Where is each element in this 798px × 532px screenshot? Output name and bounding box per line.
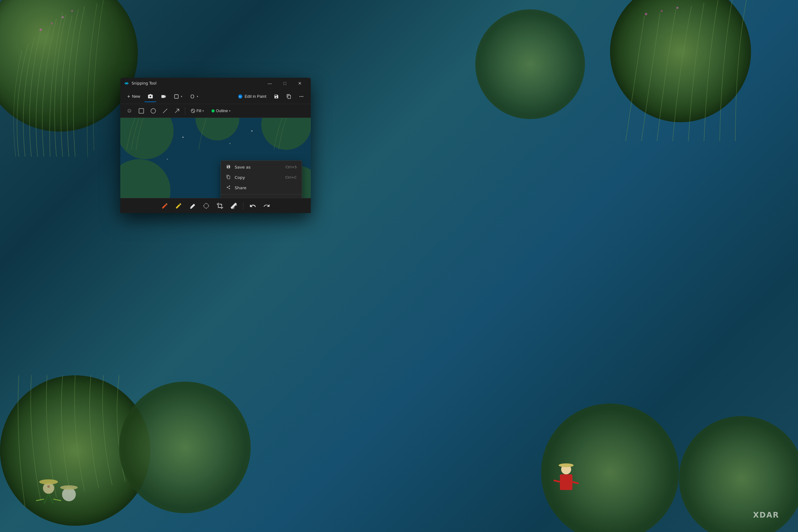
person-red bbox=[554, 463, 579, 501]
context-menu: Save as Ctrl+S Copy Ctrl+C bbox=[221, 160, 302, 198]
screenshot-button[interactable] bbox=[145, 91, 156, 102]
svg-point-6 bbox=[677, 7, 679, 9]
svg-point-0 bbox=[39, 28, 42, 31]
save-as-shortcut: Ctrl+S bbox=[285, 165, 297, 169]
maximize-button[interactable]: □ bbox=[278, 79, 292, 88]
rect-icon bbox=[174, 94, 179, 99]
line-shape-icon bbox=[162, 108, 168, 114]
svg-point-52 bbox=[204, 203, 208, 208]
svg-line-9 bbox=[44, 494, 49, 504]
crop-tool[interactable] bbox=[214, 200, 226, 211]
ruler-tool[interactable] bbox=[228, 200, 240, 211]
context-save-as[interactable]: Save as Ctrl+S bbox=[221, 162, 302, 172]
svg-point-15 bbox=[60, 485, 78, 490]
camera-icon bbox=[148, 94, 153, 99]
copy-button[interactable] bbox=[283, 91, 294, 102]
svg-point-28 bbox=[301, 96, 302, 97]
undo-icon bbox=[249, 203, 256, 209]
copy-shortcut: Ctrl+C bbox=[285, 175, 297, 179]
svg-point-27 bbox=[300, 96, 301, 97]
paint-icon: AI bbox=[238, 94, 243, 99]
circle-shape-icon bbox=[150, 108, 156, 114]
copy-icon bbox=[286, 94, 291, 99]
titlebar-controls: — □ ✕ bbox=[263, 79, 307, 88]
drawing-separator bbox=[185, 107, 185, 115]
arrow-tool[interactable] bbox=[172, 106, 182, 116]
highlighter-icon bbox=[175, 203, 182, 209]
fill-button[interactable]: Fill ▾ bbox=[188, 106, 207, 116]
emoji-tool[interactable]: ☺ bbox=[124, 106, 135, 116]
context-copy[interactable]: Copy Ctrl+C bbox=[221, 172, 302, 183]
redo-button[interactable] bbox=[261, 200, 272, 211]
svg-point-29 bbox=[302, 96, 303, 97]
context-visual-search[interactable]: Visual Search with Bing bbox=[221, 196, 302, 198]
eraser-icon bbox=[189, 203, 196, 209]
outline-label: Outline bbox=[216, 109, 228, 113]
svg-line-12 bbox=[53, 499, 61, 501]
share-label: Share bbox=[235, 186, 247, 190]
fill-label: Fill bbox=[196, 109, 201, 113]
new-button[interactable]: + New bbox=[124, 91, 143, 102]
fill-disabled-icon bbox=[191, 109, 195, 113]
svg-line-32 bbox=[163, 109, 167, 113]
screenshot-preview: Save as Ctrl+S Copy Ctrl+C bbox=[120, 118, 311, 198]
svg-point-31 bbox=[151, 109, 156, 113]
minimize-button[interactable]: — bbox=[263, 79, 277, 88]
svg-point-46 bbox=[230, 143, 231, 144]
svg-line-10 bbox=[49, 494, 53, 504]
svg-point-5 bbox=[661, 10, 663, 12]
shape-dropdown-arrow: ▾ bbox=[181, 95, 182, 98]
undo-button[interactable] bbox=[247, 200, 259, 211]
main-toolbar: + New ▾ ▾ bbox=[120, 89, 311, 104]
video-button[interactable] bbox=[157, 91, 170, 102]
line-tool[interactable] bbox=[160, 106, 170, 116]
context-share[interactable]: Share bbox=[221, 183, 302, 193]
shape-selector[interactable]: ▾ bbox=[171, 91, 186, 102]
svg-line-11 bbox=[36, 499, 44, 501]
crop-icon bbox=[216, 203, 223, 209]
svg-line-34 bbox=[191, 109, 194, 112]
redo-icon bbox=[263, 203, 270, 209]
app-icon bbox=[124, 81, 129, 86]
fill-dropdown-arrow: ▾ bbox=[203, 109, 204, 113]
svg-point-45 bbox=[182, 137, 184, 138]
edit-in-paint-button[interactable]: AI Edit in Paint bbox=[235, 91, 269, 102]
save-button[interactable] bbox=[271, 91, 282, 102]
close-button[interactable]: ✕ bbox=[292, 79, 307, 88]
outline-dropdown-arrow: ▾ bbox=[229, 109, 231, 113]
save-as-label: Save as bbox=[235, 165, 251, 170]
pen-tool[interactable] bbox=[159, 200, 170, 211]
window-title: Snipping Tool bbox=[132, 81, 263, 86]
pen-icon bbox=[162, 203, 168, 209]
select-tool[interactable] bbox=[201, 200, 212, 211]
freeform-selector[interactable]: ▾ bbox=[187, 91, 202, 102]
select-icon bbox=[203, 203, 210, 209]
rect-shape-icon bbox=[138, 108, 144, 114]
copy-label: Copy bbox=[235, 175, 245, 180]
more-options-button[interactable] bbox=[296, 91, 307, 102]
svg-point-48 bbox=[167, 159, 168, 160]
freeform-icon bbox=[190, 94, 195, 99]
video-icon bbox=[161, 94, 166, 99]
highlighter-tool[interactable] bbox=[173, 200, 184, 211]
plant-strands-topright bbox=[610, 0, 751, 141]
outline-color-dot bbox=[211, 109, 215, 113]
plant-decoration-7 bbox=[679, 416, 798, 532]
svg-point-13 bbox=[47, 485, 50, 488]
rect-tool[interactable] bbox=[136, 106, 147, 116]
svg-rect-18 bbox=[560, 474, 572, 490]
plus-icon: + bbox=[127, 94, 130, 99]
svg-rect-24 bbox=[174, 95, 178, 98]
eraser-tool[interactable] bbox=[187, 200, 198, 211]
svg-rect-30 bbox=[139, 109, 144, 113]
svg-point-3 bbox=[71, 10, 73, 12]
svg-point-47 bbox=[251, 130, 252, 132]
freeform-dropdown-arrow: ▾ bbox=[197, 95, 198, 98]
context-share-left: Share bbox=[226, 185, 247, 190]
bottom-toolbar bbox=[120, 198, 311, 213]
bottom-toolbar-separator bbox=[243, 202, 244, 210]
outline-button[interactable]: Outline ▾ bbox=[208, 106, 234, 116]
share-menu-icon bbox=[226, 185, 231, 190]
circle-tool[interactable] bbox=[148, 106, 158, 116]
svg-point-4 bbox=[645, 13, 647, 15]
